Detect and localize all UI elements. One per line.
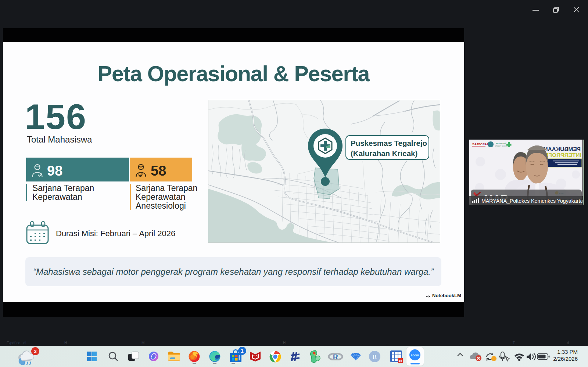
svg-text:1: 1 — [241, 348, 244, 354]
svg-text:MARYANA_Poltekes Kemenkes Yogy: MARYANA_Poltekes Kemenkes Yogyakarta — [481, 198, 583, 204]
svg-text:15: 15 — [398, 359, 402, 363]
svg-text:asdnemeX: asdnemeX — [496, 142, 506, 144]
svg-text:3: 3 — [34, 349, 36, 354]
svg-text:ЯAJЯOЯAЯ: ЯAJЯOЯAЯ — [472, 143, 489, 146]
svg-text:zoom: zoom — [411, 353, 419, 357]
svg-text:(Kalurahan Kricak): (Kalurahan Kricak) — [351, 149, 417, 158]
svg-text:R: R — [333, 353, 338, 360]
svg-text:R: R — [373, 353, 377, 360]
svg-text:Puskesmas Tegalrejo: Puskesmas Tegalrejo — [351, 139, 427, 147]
